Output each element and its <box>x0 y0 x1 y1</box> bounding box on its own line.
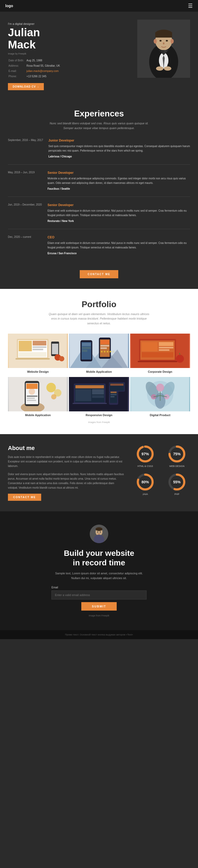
cta-submit-button[interactable]: SUBMIT <box>81 602 117 611</box>
exp-title-4: CEO <box>47 236 190 239</box>
portfolio-label-2: Mobile Application <box>69 368 129 376</box>
cta-avatar <box>90 525 108 543</box>
hero-image-credit: Image by Freepik <box>8 52 137 55</box>
svg-point-112 <box>97 531 98 532</box>
skill-php-chart: 55% <box>168 473 186 491</box>
cta-email-label: Email <box>51 586 147 589</box>
svg-point-55 <box>176 355 184 363</box>
skill-html-chart: 97% <box>136 445 154 463</box>
svg-rect-81 <box>111 396 115 397</box>
svg-point-16 <box>156 66 163 71</box>
logo: logo <box>5 4 13 8</box>
skill-web: 75% WEB DESIGN <box>164 445 190 467</box>
skill-java: 80% JAVA <box>132 473 158 496</box>
portfolio-label-1: Website Design <box>8 368 68 376</box>
download-cv-button[interactable]: DOWNLOAD CV ↓ <box>8 83 44 90</box>
navigation: logo ☰ <box>0 0 198 12</box>
svg-point-7 <box>154 39 157 44</box>
svg-rect-63 <box>27 396 38 397</box>
exp-desc-4: Etiam erat velit scelerisque in dictum n… <box>47 241 190 250</box>
svg-point-17 <box>164 66 171 71</box>
svg-rect-73 <box>76 389 91 401</box>
about-contact-button[interactable]: CONTACT ME <box>8 494 41 501</box>
svg-rect-54 <box>137 361 177 362</box>
portfolio-item-1[interactable]: Website Design <box>8 334 68 376</box>
svg-rect-52 <box>159 349 169 351</box>
svg-point-62 <box>29 389 35 395</box>
svg-rect-21 <box>19 341 32 351</box>
cta-section: Build your website in record time Sample… <box>0 512 198 630</box>
about-left: About me Duis aute irure dolor in repreh… <box>8 445 124 501</box>
about-text-2: Dolor sed viverra ipsum nunc aliquet bib… <box>8 472 124 490</box>
exp-desc-3: Etiam erat velit scelerisque in dictum n… <box>47 209 190 217</box>
svg-point-10 <box>166 40 168 41</box>
portfolio-image-2: ★★★★☆ <box>69 334 129 368</box>
skill-web-label: WEB DESIGN <box>169 465 185 467</box>
svg-rect-80 <box>111 394 117 395</box>
download-icon: ↓ <box>38 85 39 88</box>
exp-location-3: Resturato / New York <box>47 220 190 222</box>
exp-date-3: Jun, 2019 – December, 2020 <box>8 203 42 222</box>
experiences-contact-button[interactable]: CONTACT ME <box>80 270 118 278</box>
footer: Промо текст. Основной текст кнопка выдум… <box>0 630 198 639</box>
exp-content-3: Senior Developer Etiam erat velit sceler… <box>47 203 190 222</box>
skill-web-chart: 75% <box>168 445 186 463</box>
svg-text:80%: 80% <box>142 480 149 484</box>
cta-avatar-image <box>90 525 108 543</box>
portfolio-image-3 <box>130 334 190 368</box>
hero-details: Date of Birth: Aug 25, 1988 Address: Ros… <box>8 58 137 80</box>
exp-location-1: Labrissa / Chicago <box>48 155 190 158</box>
exp-content-1: Junior Developer Sed quis consequuntur m… <box>48 138 190 158</box>
exp-desc-1: Sed quis consequuntur magni dolores eos … <box>48 144 190 153</box>
exp-location-2: Faucibus / Seattle <box>47 187 190 190</box>
exp-title-1: Junior Developer <box>48 138 190 142</box>
portfolio-subtitle: Quam quisque id diam vel quam elementum.… <box>46 312 152 326</box>
hamburger-menu-icon[interactable]: ☰ <box>188 3 193 9</box>
svg-text:75%: 75% <box>173 452 181 456</box>
svg-text:97%: 97% <box>142 452 149 456</box>
portfolio-item-2[interactable]: ★★★★☆ Mobile Application <box>69 334 129 376</box>
experiences-contact-wrapper: CONTACT ME <box>8 268 190 278</box>
cta-subtitle: Sample text, Lorem ipsum dolor sit amet,… <box>51 571 147 581</box>
svg-rect-49 <box>142 342 157 351</box>
portfolio-image-6 <box>130 377 190 411</box>
portfolio-image-4 <box>8 377 68 411</box>
exp-content-2: Senior Developer Molestie a iaculis at e… <box>47 171 190 190</box>
svg-rect-24 <box>33 349 43 350</box>
portfolio-label-5: Responsive Design <box>69 411 129 419</box>
about-section: About me Duis aute irure dolor in repreh… <box>0 434 198 512</box>
svg-rect-6 <box>155 32 172 37</box>
hero-image <box>137 20 190 78</box>
svg-rect-44 <box>101 347 107 349</box>
hero-photo-container <box>137 20 190 78</box>
svg-point-30 <box>59 356 65 361</box>
svg-point-110 <box>95 527 103 531</box>
experience-item-2: May, 2018 – Jun, 2019 Senior Developer M… <box>8 171 190 197</box>
svg-rect-64 <box>27 398 35 399</box>
exp-title-2: Senior Developer <box>47 171 190 175</box>
portfolio-section: Portfolio Quam quisque id diam vel quam … <box>0 289 198 434</box>
experiences-section: Experiences Nunc sed blandit libero volu… <box>0 98 198 289</box>
svg-rect-28 <box>52 344 58 354</box>
svg-rect-76 <box>73 403 107 404</box>
experience-item-3: Jun, 2019 – December, 2020 Senior Develo… <box>8 203 190 229</box>
footer-text: Промо текст. Основной текст кнопка выдум… <box>65 633 133 636</box>
svg-rect-23 <box>33 346 46 348</box>
about-skills: 97% HTML & CSS3 75% WEB DESIGN <box>132 445 190 501</box>
portfolio-item-4[interactable]: Mobile Application <box>8 377 68 419</box>
svg-point-11 <box>163 42 164 44</box>
experience-item-1: September, 2016 – May, 2017 Junior Devel… <box>8 138 190 164</box>
portfolio-item-3[interactable]: Corporate Design <box>130 334 190 376</box>
about-title: About me <box>8 445 124 452</box>
portfolio-label-3: Corporate Design <box>130 368 190 376</box>
portfolio-item-5[interactable]: Responsive Design <box>69 377 129 419</box>
email-link[interactable]: julian.mack@company.com <box>27 69 58 72</box>
svg-rect-37 <box>82 343 91 346</box>
portfolio-item-6[interactable]: Digital Product <box>130 377 190 419</box>
portfolio-image-1 <box>8 334 68 368</box>
experiences-title: Experiences <box>8 109 190 119</box>
about-inner: About me Duis aute irure dolor in repreh… <box>8 445 190 501</box>
portfolio-label-6: Digital Product <box>130 411 190 419</box>
portfolio-label-4: Mobile Application <box>8 411 68 419</box>
cta-email-input[interactable] <box>51 590 147 599</box>
